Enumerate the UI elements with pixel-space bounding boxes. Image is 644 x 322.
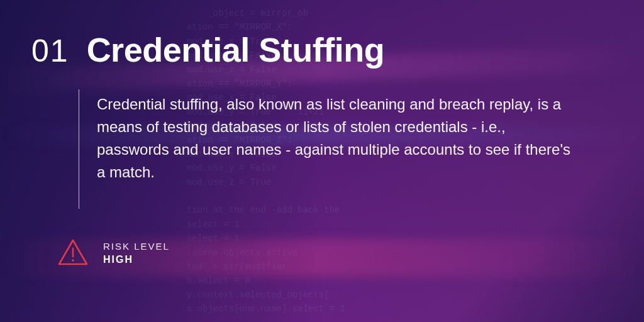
risk-text-block: RISK LEVEL HIGH	[103, 241, 170, 265]
warning-triangle-icon	[58, 239, 88, 267]
risk-value: HIGH	[103, 254, 170, 265]
item-number: 01	[31, 35, 69, 67]
vertical-divider	[79, 89, 79, 209]
risk-label: RISK LEVEL	[103, 241, 170, 252]
header-row: 01 Credential Stuffing	[31, 33, 613, 67]
risk-section: RISK LEVEL HIGH	[58, 239, 613, 267]
svg-point-1	[72, 259, 74, 262]
body-section: Credential stuffing, also known as list …	[79, 86, 613, 209]
content-container: 01 Credential Stuffing Credential stuffi…	[0, 0, 644, 322]
description-text: Credential stuffing, also known as list …	[97, 86, 575, 209]
page-title: Credential Stuffing	[87, 33, 385, 67]
